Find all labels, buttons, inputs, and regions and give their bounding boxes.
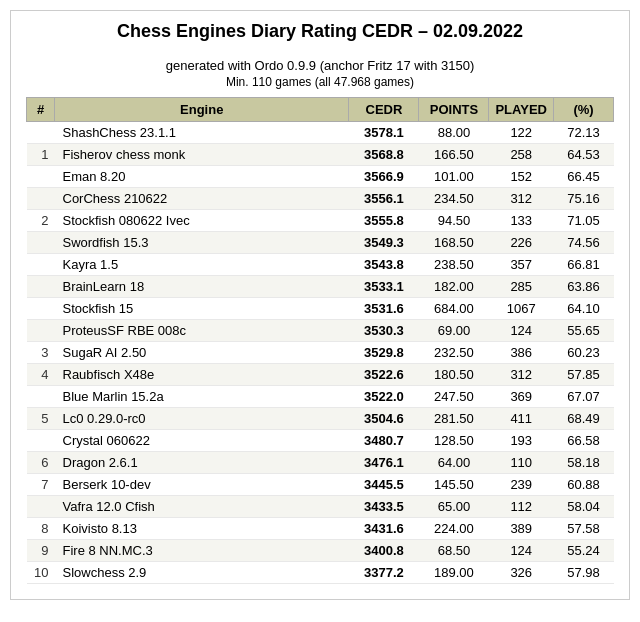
cell-engine: Stockfish 15 (55, 298, 349, 320)
col-points: POINTS (419, 98, 489, 122)
cell-pct: 74.56 (554, 232, 614, 254)
cell-rank (27, 298, 55, 320)
table-row: 10Slowchess 2.93377.2189.0032657.98 (27, 562, 614, 584)
cell-cedr: 3476.1 (349, 452, 419, 474)
cell-points: 166.50 (419, 144, 489, 166)
cell-played: 239 (489, 474, 554, 496)
table-row: 7Berserk 10-dev3445.5145.5023960.88 (27, 474, 614, 496)
table-row: 4Raubfisch X48e3522.6180.5031257.85 (27, 364, 614, 386)
cell-played: 312 (489, 188, 554, 210)
cell-rank (27, 496, 55, 518)
table-row: 1Fisherov chess monk3568.8166.5025864.53 (27, 144, 614, 166)
cell-points: 232.50 (419, 342, 489, 364)
cell-played: 193 (489, 430, 554, 452)
cell-rank: 6 (27, 452, 55, 474)
cell-points: 180.50 (419, 364, 489, 386)
cell-played: 369 (489, 386, 554, 408)
cell-pct: 66.58 (554, 430, 614, 452)
cell-pct: 66.81 (554, 254, 614, 276)
subtitle2: Min. 110 games (all 47.968 games) (26, 75, 614, 89)
cell-played: 1067 (489, 298, 554, 320)
cell-cedr: 3556.1 (349, 188, 419, 210)
cell-played: 258 (489, 144, 554, 166)
table-row: Swordfish 15.33549.3168.5022674.56 (27, 232, 614, 254)
cell-points: 168.50 (419, 232, 489, 254)
cell-pct: 57.85 (554, 364, 614, 386)
table-row: Eman 8.203566.9101.0015266.45 (27, 166, 614, 188)
cell-engine: Vafra 12.0 Cfish (55, 496, 349, 518)
cell-engine: Dragon 2.6.1 (55, 452, 349, 474)
cell-rank: 10 (27, 562, 55, 584)
cell-cedr: 3543.8 (349, 254, 419, 276)
cell-engine: Fire 8 NN.MC.3 (55, 540, 349, 562)
main-container: Chess Engines Diary Rating CEDR – 02.09.… (10, 10, 630, 600)
cell-cedr: 3529.8 (349, 342, 419, 364)
table-row: 2Stockfish 080622 Ivec3555.894.5013371.0… (27, 210, 614, 232)
cell-played: 112 (489, 496, 554, 518)
cell-points: 101.00 (419, 166, 489, 188)
cell-rank (27, 188, 55, 210)
cell-cedr: 3377.2 (349, 562, 419, 584)
cell-pct: 60.88 (554, 474, 614, 496)
cell-cedr: 3431.6 (349, 518, 419, 540)
cell-points: 234.50 (419, 188, 489, 210)
cell-points: 64.00 (419, 452, 489, 474)
cell-points: 94.50 (419, 210, 489, 232)
col-pct: (%) (554, 98, 614, 122)
col-played: PLAYED (489, 98, 554, 122)
cell-engine: Koivisto 8.13 (55, 518, 349, 540)
cell-engine: Swordfish 15.3 (55, 232, 349, 254)
table-body: ShashChess 23.1.13578.188.0012272.131Fis… (27, 122, 614, 584)
cell-points: 182.00 (419, 276, 489, 298)
cell-cedr: 3445.5 (349, 474, 419, 496)
cell-points: 145.50 (419, 474, 489, 496)
cell-points: 247.50 (419, 386, 489, 408)
cell-pct: 64.10 (554, 298, 614, 320)
col-rank: # (27, 98, 55, 122)
page-title: Chess Engines Diary Rating CEDR – 02.09.… (26, 21, 614, 46)
cell-rank: 1 (27, 144, 55, 166)
cell-pct: 67.07 (554, 386, 614, 408)
cell-pct: 58.18 (554, 452, 614, 474)
cell-cedr: 3531.6 (349, 298, 419, 320)
cell-rank: 9 (27, 540, 55, 562)
table-row: Crystal 0606223480.7128.5019366.58 (27, 430, 614, 452)
cell-played: 110 (489, 452, 554, 474)
cell-engine: Stockfish 080622 Ivec (55, 210, 349, 232)
cell-engine: Slowchess 2.9 (55, 562, 349, 584)
cell-played: 152 (489, 166, 554, 188)
cell-cedr: 3504.6 (349, 408, 419, 430)
cell-played: 124 (489, 320, 554, 342)
cell-cedr: 3433.5 (349, 496, 419, 518)
cell-played: 124 (489, 540, 554, 562)
cell-points: 69.00 (419, 320, 489, 342)
cell-pct: 64.53 (554, 144, 614, 166)
cell-cedr: 3530.3 (349, 320, 419, 342)
cell-pct: 57.58 (554, 518, 614, 540)
cell-played: 389 (489, 518, 554, 540)
cell-points: 684.00 (419, 298, 489, 320)
cell-played: 357 (489, 254, 554, 276)
cell-played: 285 (489, 276, 554, 298)
cell-rank: 5 (27, 408, 55, 430)
cell-pct: 55.65 (554, 320, 614, 342)
table-row: Vafra 12.0 Cfish3433.565.0011258.04 (27, 496, 614, 518)
cell-rank: 2 (27, 210, 55, 232)
cell-rank: 3 (27, 342, 55, 364)
cell-engine: Lc0 0.29.0-rc0 (55, 408, 349, 430)
cell-played: 411 (489, 408, 554, 430)
cell-pct: 72.13 (554, 122, 614, 144)
cell-rank (27, 254, 55, 276)
col-engine: Engine (55, 98, 349, 122)
cell-played: 312 (489, 364, 554, 386)
cell-cedr: 3480.7 (349, 430, 419, 452)
cell-engine: Fisherov chess monk (55, 144, 349, 166)
cell-pct: 75.16 (554, 188, 614, 210)
table-row: 8Koivisto 8.133431.6224.0038957.58 (27, 518, 614, 540)
cell-engine: Blue Marlin 15.2a (55, 386, 349, 408)
table-row: BrainLearn 183533.1182.0028563.86 (27, 276, 614, 298)
cell-pct: 71.05 (554, 210, 614, 232)
cell-pct: 57.98 (554, 562, 614, 584)
table-row: Stockfish 153531.6684.00106764.10 (27, 298, 614, 320)
ratings-table: # Engine CEDR POINTS PLAYED (%) ShashChe… (26, 97, 614, 584)
